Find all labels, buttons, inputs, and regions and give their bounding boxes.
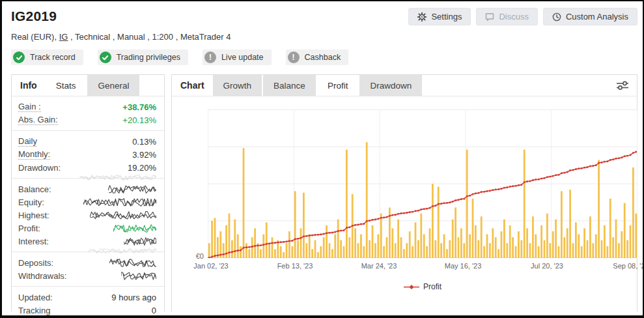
x-tick-label: Jul 20, '23 [531,262,563,270]
stat-label[interactable]: Gain : [18,102,41,112]
stat-label[interactable]: Daily [18,136,37,147]
tab-stats[interactable]: Stats [46,75,87,96]
stat-row-equity: Equity: [12,195,164,209]
stat-row-balance: Balance: [12,182,164,195]
custom-analysis-button[interactable]: Custom Analysis [543,8,637,25]
badge-trading-privileges: Trading privileges [98,50,188,65]
divider [12,286,164,287]
x-tick-label: Jan 02, '23 [193,262,228,270]
tabbar-spacer [423,75,608,96]
stat-row-profit: Profit: [12,222,164,235]
badge-live-update: !Live update [203,50,272,65]
exclamation-icon: ! [204,51,216,63]
chart-tab-growth[interactable]: Growth [213,75,262,96]
stat-value: 9 hours ago [111,293,156,302]
divider [12,252,164,252]
divider [12,178,164,179]
stat-row-gain: Gain :+38.76% [12,100,164,113]
stat-label[interactable]: Monthly: [18,149,50,160]
chart-panel: Chart GrowthBalanceProfitDrawdown €0 Jan… [171,74,637,311]
censored-value-scribble [83,198,156,207]
button-label: Custom Analysis [566,12,628,22]
x-tick-label: Feb 13, '23 [277,262,313,270]
account-subtitle: Real (EUR), IG , Technical , Manual , 1:… [11,32,637,42]
censored-text-scribble [79,175,156,181]
stat-label: Tracking [18,306,50,315]
stat-value: 0 [152,306,156,315]
gear-icon [417,12,427,22]
info-panel: Info StatsGeneral Gain :+38.76%Abs. Gain… [11,74,165,311]
stat-value: 3.92% [132,150,156,160]
subtitle-pre: Real (EUR), [11,32,59,42]
stat-label: Drawdown: [18,163,61,173]
stat-row-tracking: Tracking0 [12,304,164,317]
stat-label: Interest: [18,237,49,246]
subtitle-post: , Technical , Manual , 1:200 , MetaTrade… [68,32,231,42]
censored-value-scribble [113,224,156,233]
account-page: IG2019 SettingsDiscussCustom Analysis Re… [2,1,643,315]
badge-track-record: Track record [11,50,83,65]
stat-value: 19.20% [128,163,156,173]
stat-label: Deposits: [18,258,53,268]
chart-tabbar: Chart GrowthBalanceProfitDrawdown [172,75,637,96]
badge-cashback: !Cashback [286,50,349,65]
stat-label: Equity: [18,197,44,207]
stat-value: +20.13% [122,115,156,125]
badge-label: Cashback [305,53,341,62]
settings-button[interactable]: Settings [408,8,471,25]
tab-general[interactable]: General [87,75,139,96]
info-panel-label: Info [12,75,46,96]
discuss-button[interactable]: Discuss [476,8,538,25]
censored-value-scribble [124,237,156,246]
verification-badges: Track recordTrading privileges!Live upda… [11,50,637,65]
info-tabbar: Info StatsGeneral [12,75,164,96]
x-tick-label: May 16, '23 [445,262,482,270]
stat-row-interest: Interest: [12,235,164,248]
stat-row-drawdown: Drawdown:19.20% [12,161,164,174]
stats-rows: Gain :+38.76%Abs. Gain:+20.13%Daily0.13%… [12,96,164,317]
stat-label[interactable]: Abs. Gain: [18,115,58,125]
badge-label: Live update [221,53,264,62]
legend-label: Profit [423,282,441,291]
tune-sliders-icon[interactable] [608,75,637,96]
profit-chart-area: €0 Jan 02, '23Feb 13, '23Mar 24, '23May … [172,96,637,311]
check-icon [13,51,25,63]
stat-row-deposits: Deposits: [12,256,164,269]
stat-label: Withdrawals: [18,271,66,281]
stat-value: 0.13% [132,137,156,147]
chart-tab-profit[interactable]: Profit [317,75,359,96]
x-tick-label: Mar 24, '23 [361,262,397,270]
stat-row-highest: Highest: [12,209,164,222]
stat-row-updated: Updated:9 hours ago [12,291,164,304]
censored-value-scribble [121,272,156,280]
main-content: Info StatsGeneral Gain :+38.76%Abs. Gain… [11,74,637,311]
chart-tab-balance[interactable]: Balance [263,75,316,96]
stat-value: +38.76% [122,102,156,112]
stat-row-withdrawals: Withdrawals: [12,269,164,282]
broker-link[interactable]: IG [59,32,68,42]
censored-value-scribble [90,211,156,220]
check-icon [100,51,111,63]
chart-panel-label: Chart [172,75,213,96]
badge-label: Trading privileges [117,53,180,62]
stat-label: Balance: [18,184,51,194]
stat-label: Highest: [18,210,49,220]
x-tick-label: Sep 08, '23 [613,262,644,270]
stat-row-monthly: Monthly:3.92% [12,148,164,161]
stat-label: Updated: [18,293,53,302]
censored-text-scribble [89,248,156,254]
censored-value-scribble [109,259,156,267]
exclamation-icon: ! [288,51,300,63]
chart-legend[interactable]: Profit [404,281,441,293]
x-axis-labels: Jan 02, '23Feb 13, '23Mar 24, '23May 16,… [208,262,637,271]
badge-label: Track record [30,53,76,62]
clock-icon [552,12,561,22]
profit-chart-plot[interactable] [208,109,637,258]
chart-tab-drawdown[interactable]: Drawdown [359,75,422,96]
button-label: Settings [431,12,462,22]
divider [12,130,164,131]
speech-bubble-icon [485,12,494,22]
censored-value-scribble [108,185,156,194]
y-axis-zero-label: €0 [172,252,204,260]
page-title: IG2019 [11,7,57,24]
